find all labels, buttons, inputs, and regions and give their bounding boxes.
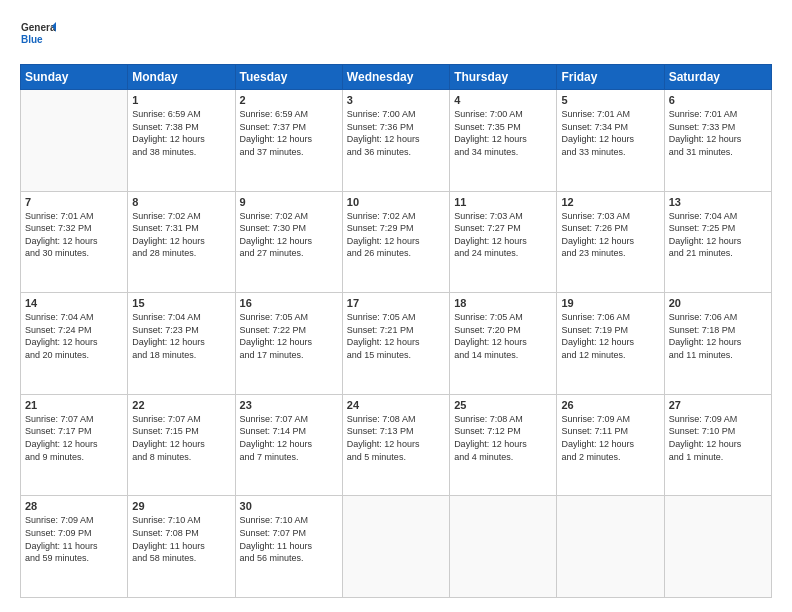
calendar-cell: 6Sunrise: 7:01 AM Sunset: 7:33 PM Daylig… <box>664 90 771 192</box>
calendar-cell: 27Sunrise: 7:09 AM Sunset: 7:10 PM Dayli… <box>664 394 771 496</box>
calendar-cell <box>342 496 449 598</box>
calendar-page: General Blue SundayMondayTuesdayWednesda… <box>0 0 792 612</box>
day-info: Sunrise: 7:01 AM Sunset: 7:34 PM Dayligh… <box>561 108 659 158</box>
calendar-cell: 23Sunrise: 7:07 AM Sunset: 7:14 PM Dayli… <box>235 394 342 496</box>
day-number: 16 <box>240 297 338 309</box>
day-number: 20 <box>669 297 767 309</box>
day-info: Sunrise: 7:02 AM Sunset: 7:29 PM Dayligh… <box>347 210 445 260</box>
calendar-cell: 18Sunrise: 7:05 AM Sunset: 7:20 PM Dayli… <box>450 293 557 395</box>
calendar-cell: 12Sunrise: 7:03 AM Sunset: 7:26 PM Dayli… <box>557 191 664 293</box>
day-info: Sunrise: 7:07 AM Sunset: 7:14 PM Dayligh… <box>240 413 338 463</box>
calendar-cell: 29Sunrise: 7:10 AM Sunset: 7:08 PM Dayli… <box>128 496 235 598</box>
weekday-header-row: SundayMondayTuesdayWednesdayThursdayFrid… <box>21 65 772 90</box>
day-number: 6 <box>669 94 767 106</box>
day-info: Sunrise: 7:04 AM Sunset: 7:24 PM Dayligh… <box>25 311 123 361</box>
day-number: 1 <box>132 94 230 106</box>
calendar-cell: 19Sunrise: 7:06 AM Sunset: 7:19 PM Dayli… <box>557 293 664 395</box>
day-info: Sunrise: 7:10 AM Sunset: 7:08 PM Dayligh… <box>132 514 230 564</box>
calendar-week-1: 1Sunrise: 6:59 AM Sunset: 7:38 PM Daylig… <box>21 90 772 192</box>
day-info: Sunrise: 6:59 AM Sunset: 7:38 PM Dayligh… <box>132 108 230 158</box>
calendar-body: 1Sunrise: 6:59 AM Sunset: 7:38 PM Daylig… <box>21 90 772 598</box>
day-info: Sunrise: 7:06 AM Sunset: 7:18 PM Dayligh… <box>669 311 767 361</box>
calendar-cell <box>664 496 771 598</box>
day-info: Sunrise: 7:02 AM Sunset: 7:31 PM Dayligh… <box>132 210 230 260</box>
calendar-week-5: 28Sunrise: 7:09 AM Sunset: 7:09 PM Dayli… <box>21 496 772 598</box>
calendar-cell: 21Sunrise: 7:07 AM Sunset: 7:17 PM Dayli… <box>21 394 128 496</box>
day-info: Sunrise: 7:04 AM Sunset: 7:25 PM Dayligh… <box>669 210 767 260</box>
calendar-cell <box>21 90 128 192</box>
calendar-cell: 2Sunrise: 6:59 AM Sunset: 7:37 PM Daylig… <box>235 90 342 192</box>
calendar-week-3: 14Sunrise: 7:04 AM Sunset: 7:24 PM Dayli… <box>21 293 772 395</box>
day-number: 29 <box>132 500 230 512</box>
day-info: Sunrise: 7:01 AM Sunset: 7:33 PM Dayligh… <box>669 108 767 158</box>
day-number: 5 <box>561 94 659 106</box>
day-number: 3 <box>347 94 445 106</box>
calendar-cell: 24Sunrise: 7:08 AM Sunset: 7:13 PM Dayli… <box>342 394 449 496</box>
header: General Blue <box>20 18 772 54</box>
weekday-sunday: Sunday <box>21 65 128 90</box>
calendar-cell: 16Sunrise: 7:05 AM Sunset: 7:22 PM Dayli… <box>235 293 342 395</box>
day-number: 2 <box>240 94 338 106</box>
day-number: 10 <box>347 196 445 208</box>
day-info: Sunrise: 7:08 AM Sunset: 7:12 PM Dayligh… <box>454 413 552 463</box>
day-info: Sunrise: 7:10 AM Sunset: 7:07 PM Dayligh… <box>240 514 338 564</box>
day-info: Sunrise: 7:05 AM Sunset: 7:20 PM Dayligh… <box>454 311 552 361</box>
day-number: 30 <box>240 500 338 512</box>
day-number: 13 <box>669 196 767 208</box>
calendar-cell: 10Sunrise: 7:02 AM Sunset: 7:29 PM Dayli… <box>342 191 449 293</box>
calendar-cell: 15Sunrise: 7:04 AM Sunset: 7:23 PM Dayli… <box>128 293 235 395</box>
calendar-cell: 17Sunrise: 7:05 AM Sunset: 7:21 PM Dayli… <box>342 293 449 395</box>
day-number: 24 <box>347 399 445 411</box>
svg-text:General: General <box>21 22 56 33</box>
calendar-cell <box>557 496 664 598</box>
day-info: Sunrise: 7:09 AM Sunset: 7:10 PM Dayligh… <box>669 413 767 463</box>
day-number: 21 <box>25 399 123 411</box>
day-info: Sunrise: 7:00 AM Sunset: 7:36 PM Dayligh… <box>347 108 445 158</box>
day-number: 9 <box>240 196 338 208</box>
calendar-cell: 5Sunrise: 7:01 AM Sunset: 7:34 PM Daylig… <box>557 90 664 192</box>
day-info: Sunrise: 6:59 AM Sunset: 7:37 PM Dayligh… <box>240 108 338 158</box>
calendar-cell: 3Sunrise: 7:00 AM Sunset: 7:36 PM Daylig… <box>342 90 449 192</box>
logo-svg: General Blue <box>20 18 56 54</box>
day-info: Sunrise: 7:04 AM Sunset: 7:23 PM Dayligh… <box>132 311 230 361</box>
day-info: Sunrise: 7:03 AM Sunset: 7:26 PM Dayligh… <box>561 210 659 260</box>
calendar-cell: 13Sunrise: 7:04 AM Sunset: 7:25 PM Dayli… <box>664 191 771 293</box>
calendar-week-4: 21Sunrise: 7:07 AM Sunset: 7:17 PM Dayli… <box>21 394 772 496</box>
calendar-cell: 1Sunrise: 6:59 AM Sunset: 7:38 PM Daylig… <box>128 90 235 192</box>
day-number: 28 <box>25 500 123 512</box>
calendar-header: SundayMondayTuesdayWednesdayThursdayFrid… <box>21 65 772 90</box>
day-number: 15 <box>132 297 230 309</box>
day-number: 26 <box>561 399 659 411</box>
weekday-wednesday: Wednesday <box>342 65 449 90</box>
day-info: Sunrise: 7:06 AM Sunset: 7:19 PM Dayligh… <box>561 311 659 361</box>
calendar-cell: 22Sunrise: 7:07 AM Sunset: 7:15 PM Dayli… <box>128 394 235 496</box>
day-info: Sunrise: 7:05 AM Sunset: 7:22 PM Dayligh… <box>240 311 338 361</box>
day-number: 27 <box>669 399 767 411</box>
day-number: 25 <box>454 399 552 411</box>
day-number: 11 <box>454 196 552 208</box>
day-number: 7 <box>25 196 123 208</box>
weekday-monday: Monday <box>128 65 235 90</box>
calendar-cell: 20Sunrise: 7:06 AM Sunset: 7:18 PM Dayli… <box>664 293 771 395</box>
calendar-cell: 28Sunrise: 7:09 AM Sunset: 7:09 PM Dayli… <box>21 496 128 598</box>
weekday-friday: Friday <box>557 65 664 90</box>
day-number: 8 <box>132 196 230 208</box>
day-number: 4 <box>454 94 552 106</box>
day-info: Sunrise: 7:02 AM Sunset: 7:30 PM Dayligh… <box>240 210 338 260</box>
calendar-cell: 9Sunrise: 7:02 AM Sunset: 7:30 PM Daylig… <box>235 191 342 293</box>
day-number: 23 <box>240 399 338 411</box>
day-number: 17 <box>347 297 445 309</box>
weekday-thursday: Thursday <box>450 65 557 90</box>
calendar-cell: 8Sunrise: 7:02 AM Sunset: 7:31 PM Daylig… <box>128 191 235 293</box>
logo: General Blue <box>20 18 56 54</box>
calendar-cell: 7Sunrise: 7:01 AM Sunset: 7:32 PM Daylig… <box>21 191 128 293</box>
day-number: 18 <box>454 297 552 309</box>
svg-text:Blue: Blue <box>21 34 43 45</box>
calendar-cell: 30Sunrise: 7:10 AM Sunset: 7:07 PM Dayli… <box>235 496 342 598</box>
calendar-table: SundayMondayTuesdayWednesdayThursdayFrid… <box>20 64 772 598</box>
calendar-cell: 4Sunrise: 7:00 AM Sunset: 7:35 PM Daylig… <box>450 90 557 192</box>
day-info: Sunrise: 7:09 AM Sunset: 7:11 PM Dayligh… <box>561 413 659 463</box>
day-info: Sunrise: 7:01 AM Sunset: 7:32 PM Dayligh… <box>25 210 123 260</box>
day-info: Sunrise: 7:08 AM Sunset: 7:13 PM Dayligh… <box>347 413 445 463</box>
weekday-tuesday: Tuesday <box>235 65 342 90</box>
